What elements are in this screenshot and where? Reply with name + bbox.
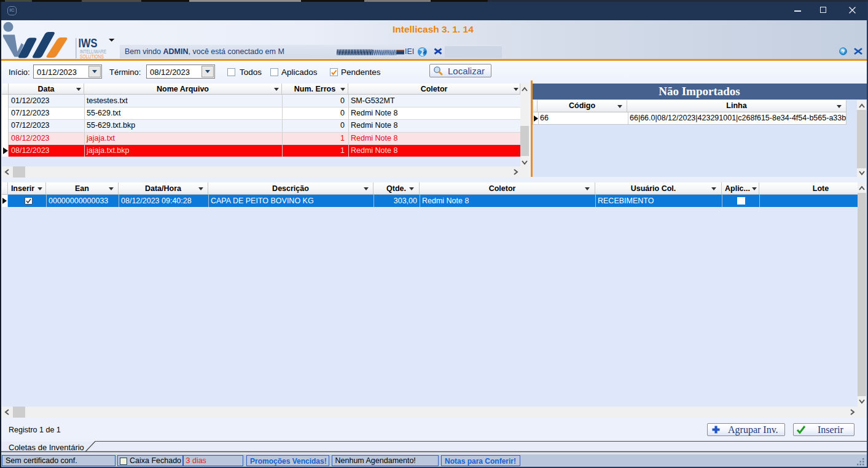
svg-text:IWS: IWS: [79, 36, 98, 50]
svg-text:SOLUTIONS: SOLUTIONS: [80, 53, 104, 59]
svg-text:?: ?: [842, 48, 845, 54]
